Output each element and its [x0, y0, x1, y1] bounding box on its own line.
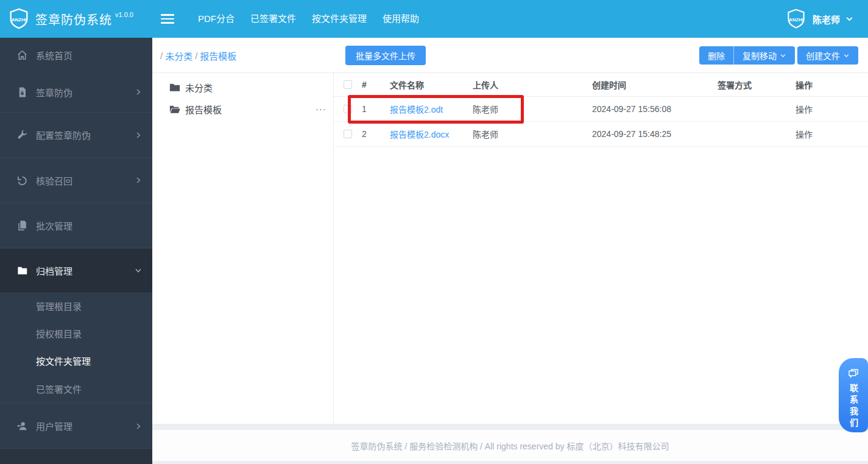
delete-button[interactable]: 删除 — [699, 46, 734, 65]
sidebar-subitem-folder-management[interactable]: 按文件夹管理 — [0, 347, 152, 374]
row-checkbox[interactable] — [344, 105, 352, 113]
row-action-link[interactable]: 操作 — [796, 130, 813, 139]
create-file-label: 创建文件 — [806, 49, 840, 62]
folder-icon — [16, 265, 28, 276]
table-row: 2 报告模板2.docx 陈老师 2024-09-27 15:48:25 操作 — [334, 121, 868, 146]
undo-icon — [16, 175, 28, 186]
contact-us-button[interactable]: 联系我们 — [839, 358, 868, 432]
nav-item-folder-management[interactable]: 按文件夹管理 — [304, 0, 375, 38]
sidebar-item-label: 归档管理 — [36, 264, 72, 277]
user-chevron-down-icon — [845, 15, 853, 23]
batch-upload-button[interactable]: 批量多文件上传 — [345, 46, 426, 65]
breadcrumb-link-uncategorized[interactable]: 未分类 — [165, 49, 192, 62]
copy-move-label: 复制移动 — [743, 49, 777, 62]
sidebar-subitem-label: 按文件夹管理 — [36, 354, 91, 367]
cell-created: 2024-09-27 15:56:08 — [587, 96, 713, 121]
cell-sign-method — [713, 121, 791, 146]
content-area: / 未分类 / 报告模板 批量多文件上传 删除 复制移动 创建文件 — [152, 38, 868, 464]
select-all-checkbox[interactable] — [344, 80, 352, 89]
folder-closed-icon — [169, 83, 180, 92]
nav-item-help[interactable]: 使用帮助 — [375, 0, 427, 38]
col-header-created: 创建时间 — [587, 73, 713, 96]
sidebar-bottom-strip — [0, 448, 152, 464]
folder-open-icon — [169, 105, 180, 114]
nav-item-signed-files[interactable]: 已签署文件 — [242, 0, 304, 38]
chevron-right-icon — [135, 177, 142, 184]
footer: 签章防伪系统 / 服务检验检测机构 / All rights reserved … — [152, 424, 868, 464]
folder-tree-panel: 未分类 报告模板 ··· — [152, 73, 334, 424]
file-link[interactable]: 报告模板2.odt — [390, 105, 443, 114]
chevron-right-icon — [135, 88, 142, 96]
files-table-area: # 文件名称 上传人 创建时间 签署方式 操作 1 报告模板2.odt 陈老师 — [334, 73, 868, 424]
cell-uploader: 陈老师 — [468, 121, 587, 146]
col-header-uploader: 上传人 — [468, 73, 587, 96]
sidebar-subitem-authorized-root[interactable]: 授权根目录 — [0, 320, 152, 347]
sidebar-item-user-management[interactable]: 用户管理 — [0, 403, 152, 449]
tree-folder-label: 未分类 — [185, 81, 213, 94]
tree-folder-uncategorized[interactable]: 未分类 — [152, 76, 333, 98]
breadcrumb-separator: / — [160, 51, 163, 61]
anzhi-shield-logo-icon: ANZHI — [7, 7, 30, 30]
sidebar-item-batch-management[interactable]: 批次管理 — [0, 203, 152, 248]
row-checkbox[interactable] — [344, 130, 352, 138]
breadcrumb-link-report-templates[interactable]: 报告模板 — [200, 49, 236, 62]
sidebar-subitem-signed-files[interactable]: 已签署文件 — [0, 374, 152, 402]
chevron-right-icon — [135, 423, 142, 430]
header-action-buttons: 删除 复制移动 创建文件 — [699, 46, 858, 65]
table-row: 1 报告模板2.odt 陈老师 2024-09-27 15:56:08 操作 — [334, 96, 868, 121]
sidebar-item-label: 核验召回 — [36, 174, 72, 187]
sidebar-subitem-label: 已签署文件 — [36, 382, 82, 395]
sidebar-item-home[interactable]: 系统首页 — [0, 38, 152, 72]
sidebar-subitem-label: 管理根目录 — [36, 300, 82, 312]
chevron-down-icon — [135, 267, 142, 274]
wrench-icon — [16, 129, 28, 141]
table-header-row: # 文件名称 上传人 创建时间 签署方式 操作 — [334, 73, 868, 96]
footer-divider — [152, 461, 868, 464]
col-header-action: 操作 — [791, 73, 868, 96]
sidebar-item-label: 批次管理 — [36, 219, 72, 232]
cell-sign-method — [713, 96, 791, 121]
footer-body: 签章防伪系统 / 服务检验检测机构 / All rights reserved … — [152, 430, 868, 461]
sidebar-item-verify-recall[interactable]: 核验召回 — [0, 158, 152, 203]
folder-more-menu-icon[interactable]: ··· — [316, 106, 326, 112]
sidebar-item-configure-seal[interactable]: 配置签章防伪 — [0, 113, 152, 157]
sidebar-item-label: 签章防伪 — [36, 86, 72, 99]
sidebar-item-label: 系统首页 — [36, 49, 72, 62]
user-avatar-shield-icon: ANZHI — [785, 8, 807, 30]
file-link[interactable]: 报告模板2.docx — [390, 130, 449, 139]
sidebar: 系统首页 签章防伪 配置签章防伪 核验召回 — [0, 38, 152, 464]
cell-created: 2024-09-27 15:48:25 — [587, 121, 713, 146]
sidebar-item-label: 配置签章防伪 — [36, 128, 91, 141]
top-navbar: ANZHI 签章防伪系统 v1.0.0 PDF分合 已签署文件 按文件夹管理 使… — [0, 0, 868, 38]
main-panel: 未分类 报告模板 ··· # — [152, 73, 868, 424]
breadcrumb: / 未分类 / 报告模板 — [160, 38, 236, 73]
top-nav-menu: PDF分合 已签署文件 按文件夹管理 使用帮助 — [190, 0, 427, 38]
tree-folder-report-templates[interactable]: 报告模板 ··· — [152, 98, 333, 120]
chat-icon — [847, 367, 859, 379]
copy-move-button[interactable]: 复制移动 — [734, 46, 795, 65]
copy-icon — [16, 220, 28, 231]
cell-index: 1 — [357, 96, 385, 121]
footer-divider — [152, 424, 868, 430]
create-file-button[interactable]: 创建文件 — [797, 46, 858, 65]
svg-text:ANZHI: ANZHI — [789, 17, 803, 23]
files-table: # 文件名称 上传人 创建时间 签署方式 操作 1 报告模板2.odt 陈老师 — [334, 73, 868, 147]
brand: ANZHI 签章防伪系统 v1.0.0 — [0, 7, 152, 30]
breadcrumb-separator: / — [195, 51, 197, 61]
user-menu[interactable]: ANZHI 陈老师 — [785, 8, 853, 30]
footer-text: 签章防伪系统 / 服务检验检测机构 / All rights reserved … — [351, 440, 669, 452]
row-action-link[interactable]: 操作 — [796, 105, 813, 114]
nav-item-pdf-split-merge[interactable]: PDF分合 — [190, 0, 242, 38]
file-lock-icon — [16, 86, 28, 98]
cell-uploader: 陈老师 — [468, 96, 587, 121]
sidebar-item-archive-management[interactable]: 归档管理 — [0, 248, 152, 292]
user-name: 陈老师 — [813, 13, 840, 26]
user-key-icon — [16, 420, 28, 432]
chevron-down-icon — [780, 52, 786, 59]
cell-index: 2 — [357, 121, 385, 146]
svg-text:ANZHI: ANZHI — [12, 17, 27, 23]
content-header: / 未分类 / 报告模板 批量多文件上传 删除 复制移动 创建文件 — [152, 38, 868, 73]
sidebar-item-seal-antifake[interactable]: 签章防伪 — [0, 72, 152, 112]
sidebar-subitem-manage-root[interactable]: 管理根目录 — [0, 292, 152, 320]
hamburger-menu-icon[interactable] — [161, 14, 174, 24]
